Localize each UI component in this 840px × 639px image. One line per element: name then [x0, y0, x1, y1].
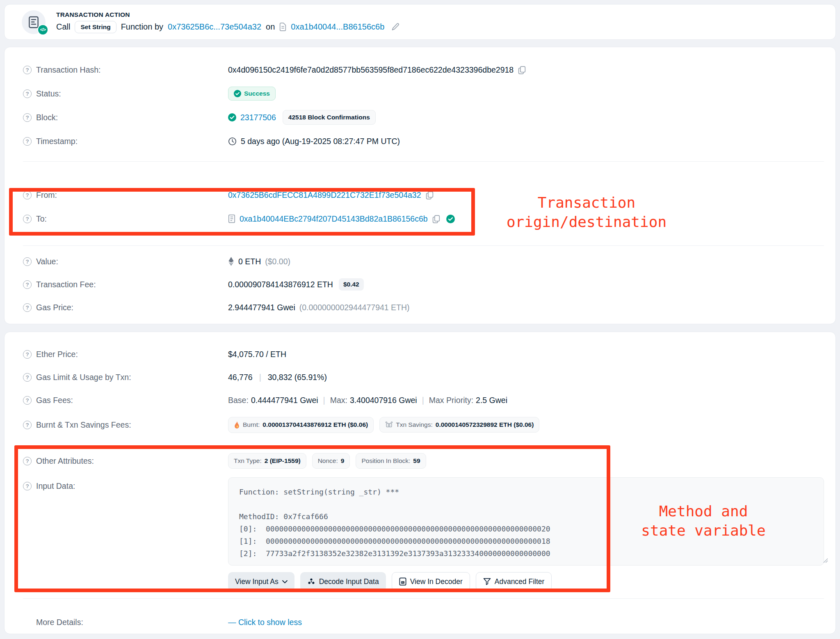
help-icon[interactable]: ?	[23, 421, 32, 429]
position-in-block-badge: Position In Block: 59	[356, 453, 426, 469]
block-confirmations-badge: 42518 Block Confirmations	[283, 110, 376, 125]
to-address-link[interactable]: 0xa1b40044EBc2794f207D45143Bd82a1B86156c…	[240, 214, 428, 224]
txn-type-value: 2 (EIP-1559)	[265, 457, 301, 465]
ether-price-value: $4,075.70 / ETH	[228, 350, 286, 359]
fee-usd-badge: $0.42	[339, 278, 364, 291]
gas-price-row: ? Gas Price: 2.944477941 Gwei (0.0000000…	[23, 296, 824, 319]
svg-text:01: 01	[402, 581, 404, 584]
flame-icon	[234, 421, 240, 429]
from-address-link[interactable]: 0x73625B6cdFECC81A4899D221C732E1f73e504a…	[228, 190, 421, 200]
status-row: ? Status: Success	[23, 82, 824, 105]
copy-icon[interactable]	[425, 191, 434, 199]
ether-price-label: Ether Price:	[36, 350, 78, 359]
help-icon[interactable]: ?	[23, 191, 32, 199]
divider	[23, 598, 824, 599]
view-in-decoder-button[interactable]: 01 View In Decoder	[392, 572, 470, 591]
help-icon[interactable]: ?	[23, 350, 32, 359]
input-data-label: Input Data:	[36, 481, 75, 491]
transaction-hash-row: ? Transaction Hash: 0x4d096150c2419f6fe7…	[23, 58, 824, 82]
transaction-hash-label: Transaction Hash:	[36, 65, 101, 75]
txn-savings-value: 0.0000140572329892 ETH ($0.06)	[436, 421, 534, 428]
contract-document-icon	[28, 16, 39, 28]
base-fee-key: Base:	[228, 396, 249, 405]
txn-type-badge: Txn Type: 2 (EIP-1559)	[228, 453, 306, 469]
copy-icon[interactable]	[432, 215, 441, 223]
ether-price-row: ? Ether Price: $4,075.70 / ETH	[23, 343, 824, 366]
nonce-key: Nonce:	[318, 457, 338, 465]
eth-diamond-icon	[228, 257, 234, 266]
gas-limit-row: ? Gas Limit & Usage by Txn: 46,776 | 30,…	[23, 366, 824, 389]
transaction-hash-value: 0x4d096150c2419f6fe7a0d2d8577bb563595f8e…	[228, 65, 514, 75]
copy-icon[interactable]	[518, 66, 526, 74]
gas-fees-label: Gas Fees:	[36, 396, 73, 405]
transaction-fee-label: Transaction Fee:	[36, 280, 96, 289]
help-icon[interactable]: ?	[23, 457, 32, 465]
view-input-as-button[interactable]: View Input As	[228, 572, 294, 591]
call-label: Call	[56, 22, 70, 32]
money-wings-icon	[385, 421, 393, 428]
separator: |	[323, 396, 325, 405]
max-priority-key: Max Priority:	[429, 396, 473, 405]
show-less-link[interactable]: — Click to show less	[228, 618, 302, 627]
input-data-row: ? Input Data: Function: setString(string…	[23, 477, 824, 591]
code-badge-icon: </>	[37, 24, 48, 35]
decoder-document-icon: 01	[399, 577, 406, 586]
help-icon[interactable]: ?	[23, 215, 32, 223]
resize-grip-icon[interactable]	[822, 557, 828, 563]
chevron-down-icon	[282, 580, 288, 584]
value-amount: 0 ETH	[238, 257, 261, 266]
function-by-label: Function by	[121, 22, 163, 32]
burnt-value: 0.000013704143876912 ETH ($0.06)	[262, 421, 368, 428]
timestamp-value: 5 days ago (Aug-19-2025 08:27:47 PM UTC)	[241, 137, 400, 146]
help-icon[interactable]: ?	[23, 137, 32, 146]
nonce-badge: Nonce: 9	[312, 453, 350, 469]
separator: |	[259, 373, 261, 382]
edit-pencil-icon[interactable]	[391, 23, 400, 31]
help-icon[interactable]: ?	[23, 280, 32, 289]
base-fee-value: 0.444477941 Gwei	[251, 396, 318, 405]
help-icon[interactable]: ?	[23, 482, 32, 490]
to-address-short-link[interactable]: 0xa1b40044...B86156c6b	[291, 22, 384, 32]
burnt-key: Burnt:	[243, 421, 260, 428]
help-icon[interactable]: ?	[23, 303, 32, 312]
page-title: TRANSACTION ACTION	[56, 11, 400, 18]
gas-limit-value: 46,776	[228, 373, 253, 382]
help-icon[interactable]: ?	[23, 257, 32, 266]
gas-limit-label: Gas Limit & Usage by Txn:	[36, 373, 131, 382]
gas-usage-value: 30,832 (65.91%)	[268, 373, 327, 382]
avatar: </>	[22, 10, 46, 34]
transaction-fee-value: 0.000090784143876912 ETH	[228, 280, 333, 289]
gas-fees-row: ? Gas Fees: Base: 0.444477941 Gwei | Max…	[23, 389, 824, 412]
to-label: To:	[36, 214, 47, 224]
status-badge: Success	[228, 87, 276, 101]
help-icon[interactable]: ?	[23, 396, 32, 405]
burnt-savings-row: ? Burnt & Txn Savings Fees: Burnt: 0.000…	[23, 412, 824, 438]
gas-price-value: 2.944477941 Gwei	[228, 303, 295, 312]
separator: |	[422, 396, 424, 405]
transaction-action-card: </> TRANSACTION ACTION Call Set String F…	[4, 4, 836, 40]
block-label: Block:	[36, 113, 58, 122]
to-row: ? To: 0xa1b40044EBc2794f207D45143Bd82a1B…	[23, 207, 824, 231]
transaction-fee-row: ? Transaction Fee: 0.000090784143876912 …	[23, 273, 824, 296]
set-string-method-button[interactable]: Set String	[75, 21, 116, 33]
help-icon[interactable]: ?	[23, 373, 32, 382]
help-icon[interactable]: ?	[23, 66, 32, 74]
advanced-filter-button[interactable]: Advanced Filter	[476, 572, 552, 591]
from-address-short-link[interactable]: 0x73625B6c...73e504a32	[168, 22, 261, 32]
max-fee-key: Max:	[330, 396, 347, 405]
burnt-savings-label: Burnt & Txn Savings Fees:	[36, 420, 131, 430]
block-number-link[interactable]: 23177506	[240, 113, 276, 122]
decode-input-data-button[interactable]: Decode Input Data	[300, 572, 386, 591]
help-icon[interactable]: ?	[23, 113, 32, 122]
position-key: Position In Block:	[361, 457, 410, 465]
gas-price-label: Gas Price:	[36, 303, 73, 312]
transaction-details-card: ? Ether Price: $4,075.70 / ETH ? Gas Lim…	[4, 332, 836, 634]
max-fee-value: 3.400407916 Gwei	[350, 396, 417, 405]
check-circle-icon	[228, 113, 236, 121]
burnt-badge: Burnt: 0.000013704143876912 ETH ($0.06)	[228, 417, 374, 433]
help-icon[interactable]: ?	[23, 89, 32, 98]
input-data-textarea[interactable]: Function: setString(string _str) *** Met…	[228, 477, 824, 566]
other-attributes-label: Other Attributes:	[36, 456, 94, 466]
block-row: ? Block: 23177506 42518 Block Confirmati…	[23, 105, 824, 129]
position-value: 59	[413, 457, 420, 465]
